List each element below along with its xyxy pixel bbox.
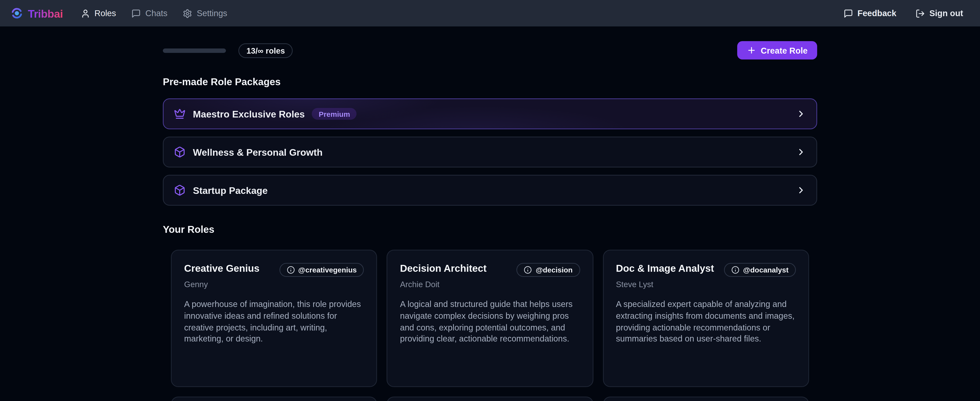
role-subtitle: Archie Doit bbox=[400, 280, 580, 289]
role-card-decision-architect[interactable]: Decision Architect @decision Archie Doit… bbox=[387, 250, 593, 387]
tribbai-logo-icon bbox=[11, 7, 23, 19]
role-cards-grid-partial bbox=[163, 396, 817, 401]
brand-logo[interactable]: Tribbai bbox=[11, 7, 63, 19]
create-role-button[interactable]: Create Role bbox=[737, 41, 817, 59]
package-row-wellness[interactable]: Wellness & Personal Growth bbox=[163, 137, 817, 168]
role-card-creative-genius[interactable]: Creative Genius @creativegenius Genny A … bbox=[171, 250, 377, 387]
role-subtitle: Genny bbox=[184, 280, 364, 289]
user-icon bbox=[80, 8, 90, 18]
nav-label: Roles bbox=[94, 9, 116, 18]
package-row-maestro[interactable]: Maestro Exclusive Roles Premium bbox=[163, 98, 817, 129]
signout-button[interactable]: Sign out bbox=[915, 8, 963, 18]
role-handle: @creativegenius bbox=[298, 266, 357, 274]
feedback-bubble-icon bbox=[843, 8, 853, 18]
signout-label: Sign out bbox=[929, 9, 963, 18]
role-title: Creative Genius bbox=[184, 262, 259, 275]
info-icon bbox=[731, 266, 740, 274]
role-handle-badge[interactable]: @decision bbox=[517, 263, 580, 277]
logout-icon bbox=[915, 8, 925, 18]
crown-icon bbox=[174, 108, 186, 120]
role-card-partial[interactable] bbox=[171, 396, 377, 401]
chat-icon bbox=[132, 8, 141, 18]
page: Tribbai Roles Chats bbox=[0, 0, 980, 401]
package-icon bbox=[174, 184, 186, 196]
package-title: Startup Package bbox=[193, 185, 268, 196]
role-title: Decision Architect bbox=[400, 262, 487, 275]
main-content: 13/∞ roles Create Role Pre-made Role Pac… bbox=[163, 41, 817, 401]
role-description: A specialized expert capable of analyzin… bbox=[616, 299, 796, 345]
role-description: A powerhouse of imagination, this role p… bbox=[184, 299, 364, 345]
card-header: Doc & Image Analyst @docanalyst bbox=[616, 262, 796, 277]
primary-nav: Roles Chats Settings bbox=[80, 8, 227, 18]
nav-label: Settings bbox=[197, 9, 228, 18]
roles-toolbar: 13/∞ roles Create Role bbox=[163, 41, 817, 59]
role-handle: @docanalyst bbox=[743, 266, 789, 274]
role-handle-badge[interactable]: @creativegenius bbox=[279, 263, 364, 277]
your-roles-heading: Your Roles bbox=[163, 223, 817, 236]
packages-heading: Pre-made Role Packages bbox=[163, 76, 817, 89]
feedback-button[interactable]: Feedback bbox=[843, 8, 896, 18]
chevron-right-icon bbox=[796, 109, 806, 119]
premium-badge: Premium bbox=[312, 108, 356, 120]
brand-name: Tribbai bbox=[28, 7, 63, 19]
nav-label: Chats bbox=[145, 9, 167, 18]
role-card-doc-image-analyst[interactable]: Doc & Image Analyst @docanalyst Steve Ly… bbox=[603, 250, 809, 387]
package-title: Maestro Exclusive Roles bbox=[193, 109, 305, 120]
roles-count-badge: 13/∞ roles bbox=[239, 43, 293, 58]
package-title: Wellness & Personal Growth bbox=[193, 147, 323, 158]
plus-icon bbox=[747, 46, 756, 55]
chevron-right-icon bbox=[796, 185, 806, 195]
nav-item-chats[interactable]: Chats bbox=[132, 8, 167, 18]
role-title: Doc & Image Analyst bbox=[616, 262, 714, 275]
card-header: Creative Genius @creativegenius bbox=[184, 262, 364, 277]
package-icon bbox=[174, 146, 186, 158]
info-icon bbox=[286, 266, 294, 274]
role-description: A logical and structured guide that help… bbox=[400, 299, 580, 345]
feedback-label: Feedback bbox=[858, 9, 896, 18]
chevron-right-icon bbox=[796, 147, 806, 157]
roles-progress-bar bbox=[163, 48, 226, 53]
role-handle: @decision bbox=[536, 266, 573, 274]
info-icon bbox=[524, 266, 532, 274]
package-list: Maestro Exclusive Roles Premium Wellness… bbox=[163, 98, 817, 206]
package-row-startup[interactable]: Startup Package bbox=[163, 175, 817, 206]
role-card-partial[interactable] bbox=[603, 396, 809, 401]
role-card-partial[interactable] bbox=[387, 396, 593, 401]
card-header: Decision Architect @decision bbox=[400, 262, 580, 277]
nav-right: Feedback Sign out bbox=[843, 8, 963, 18]
create-role-label: Create Role bbox=[760, 46, 808, 55]
role-cards-grid: Creative Genius @creativegenius Genny A … bbox=[163, 250, 817, 387]
nav-item-roles[interactable]: Roles bbox=[80, 8, 116, 18]
top-navbar: Tribbai Roles Chats bbox=[0, 0, 980, 26]
nav-item-settings[interactable]: Settings bbox=[183, 8, 228, 18]
role-handle-badge[interactable]: @docanalyst bbox=[724, 263, 796, 277]
gear-icon bbox=[183, 8, 192, 18]
role-subtitle: Steve Lyst bbox=[616, 280, 796, 289]
